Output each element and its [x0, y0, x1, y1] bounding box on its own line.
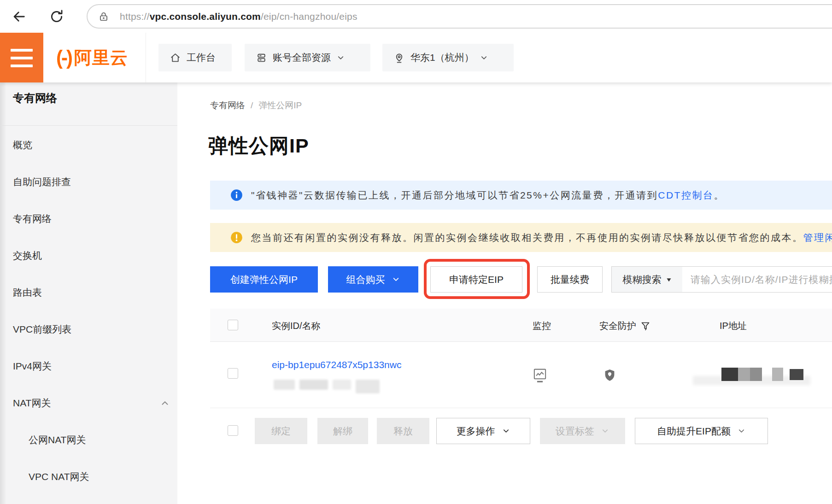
filter-funnel-icon[interactable]: [640, 321, 651, 332]
table-header: 实例ID/名称 监控 安全防护 IP地址: [210, 309, 832, 342]
nav-account-resources-label: 账号全部资源: [273, 51, 331, 64]
chevron-down-icon: [502, 427, 510, 435]
home-icon: [170, 52, 181, 64]
breadcrumb-current: 弹性公网IP: [258, 100, 302, 110]
warning-banner: 您当前还有闲置的实例没有释放。闲置的实例会继续收取相关费用，不再使用的实例请尽快…: [210, 223, 832, 252]
sidebar-item-vpc-nat-gateway[interactable]: VPC NAT网关: [0, 470, 177, 484]
row-checkbox[interactable]: [228, 368, 238, 379]
breadcrumb-separator: /: [251, 100, 253, 110]
refresh-icon: [49, 9, 64, 24]
raise-eip-quota-button[interactable]: 自助提升EIP配额: [635, 418, 768, 444]
sidebar-title: 专有网络: [13, 91, 57, 105]
bind-button: 绑定: [255, 418, 307, 444]
warning-banner-text: 您当前还有闲置的实例没有释放。闲置的实例会继续收取相关费用，不再使用的实例请尽快…: [251, 231, 803, 244]
chevron-down-icon: [480, 53, 488, 62]
hamburger-menu-button[interactable]: [0, 33, 43, 82]
screen: https://vpc.console.aliyun.com/eip/cn-ha…: [0, 0, 832, 504]
set-tag-button: 设置标签: [540, 418, 625, 444]
browser-bar: https://vpc.console.aliyun.com/eip/cn-ha…: [0, 0, 832, 33]
info-banner-suffix: 。: [714, 189, 725, 202]
chevron-down-icon: [601, 427, 609, 435]
table-row: eip-bp1epu672487x5p133nwc: [210, 342, 832, 408]
nav-account-resources-button[interactable]: 账号全部资源: [245, 44, 370, 71]
nav-region-label: 华东1（杭州）: [410, 51, 474, 64]
sidebar-item-self-diagnosis[interactable]: 自助问题排查: [0, 175, 177, 189]
sidebar-item-vswitch[interactable]: 交换机: [0, 249, 177, 263]
more-actions-label: 更多操作: [457, 425, 495, 438]
sidebar-item-ipv4-gateway[interactable]: IPv4网关: [0, 359, 177, 373]
footer-checkbox[interactable]: [228, 425, 238, 436]
sidebar-item-overview[interactable]: 概览: [0, 138, 177, 152]
info-banner-text: "省钱神器"云数据传输已上线，开通后部分地域可以节省25%+公网流量费，开通请到: [251, 189, 658, 202]
combo-purchase-label: 组合购买: [346, 273, 385, 286]
page-title: 弹性公网IP: [208, 133, 309, 159]
sidebar: 专有网络 概览 自助问题排查 专有网络 交换机 路由表 VPC前缀列表 IPv4…: [0, 82, 177, 504]
select-all-checkbox[interactable]: [228, 320, 238, 330]
back-arrow-icon: [11, 9, 27, 24]
info-icon: [230, 189, 243, 201]
address-bar[interactable]: https://vpc.console.aliyun.com/eip/cn-ha…: [87, 4, 832, 29]
warning-icon: [230, 231, 243, 244]
unbind-button: 解绑: [317, 418, 368, 444]
column-security: 安全防护: [599, 320, 651, 332]
redacted-ip-address: [721, 368, 803, 381]
search-mode-label: 模糊搜索: [623, 273, 662, 286]
breadcrumb: 专有网络/弹性公网IP: [210, 100, 302, 111]
chevron-down-icon: [737, 427, 746, 435]
search-group: 模糊搜索 ▼: [611, 266, 832, 293]
aliyun-logo[interactable]: (-) 阿里云: [56, 33, 128, 82]
lock-icon: [98, 11, 110, 23]
chevron-up-icon[interactable]: [160, 398, 170, 408]
column-security-label: 安全防护: [599, 320, 636, 332]
sidebar-item-route-table[interactable]: 路由表: [0, 286, 177, 299]
sidebar-divider: [0, 125, 177, 126]
chevron-down-icon: [392, 275, 400, 284]
sidebar-item-nat-gateway[interactable]: NAT网关: [0, 396, 177, 410]
nav-workbench-label: 工作台: [187, 51, 216, 64]
breadcrumb-root[interactable]: 专有网络: [210, 100, 245, 110]
location-pin-icon: [393, 52, 405, 64]
bottom-action-bar: 绑定 解绑 释放 更多操作 设置标签 自助提升EIP配额: [210, 418, 832, 444]
column-monitor: 监控: [533, 320, 551, 332]
create-eip-button[interactable]: 创建弹性公网IP: [210, 266, 318, 293]
batch-renew-button[interactable]: 批量续费: [537, 266, 603, 293]
set-tag-label: 设置标签: [556, 425, 594, 438]
redacted-instance-name: [274, 380, 380, 393]
chevron-down-icon: [336, 53, 345, 62]
sidebar-item-vpc[interactable]: 专有网络: [0, 212, 177, 226]
search-input[interactable]: [682, 267, 832, 292]
url-path: /eip/cn-hangzhou/eips: [261, 11, 357, 22]
resources-icon: [256, 52, 267, 64]
nav-workbench-button[interactable]: 工作台: [158, 44, 232, 71]
more-actions-button[interactable]: 更多操作: [436, 418, 530, 444]
sidebar-item-vpc-prefix-list[interactable]: VPC前缀列表: [0, 322, 177, 336]
sidebar-item-public-nat-gateway[interactable]: 公网NAT网关: [0, 433, 177, 447]
url-text: https://vpc.console.aliyun.com/eip/cn-ha…: [120, 11, 357, 22]
url-host: vpc.console.aliyun.com: [150, 11, 261, 22]
raise-eip-quota-label: 自助提升EIP配额: [657, 425, 731, 438]
column-ip-address: IP地址: [720, 320, 747, 332]
monitor-chart-icon[interactable]: [533, 368, 547, 383]
nav-region-selector[interactable]: 华东1（杭州）: [382, 44, 514, 71]
combo-purchase-button[interactable]: 组合购买: [328, 266, 418, 293]
browser-refresh-button[interactable]: [46, 6, 67, 27]
release-button: 释放: [377, 418, 429, 444]
apply-specific-eip-button[interactable]: 申请特定EIP: [430, 266, 522, 293]
aliyun-logo-name: 阿里云: [74, 46, 128, 70]
url-scheme: https://: [120, 11, 150, 22]
manage-idle-instances-link[interactable]: 管理闲置实例: [803, 231, 832, 244]
search-mode-select[interactable]: 模糊搜索 ▼: [612, 267, 682, 292]
security-shield-icon[interactable]: [604, 369, 615, 382]
browser-back-button[interactable]: [8, 6, 29, 27]
column-instance-id: 实例ID/名称: [272, 320, 321, 332]
instance-id-link[interactable]: eip-bp1epu672487x5p133nwc: [272, 359, 401, 370]
info-banner: "省钱神器"云数据传输已上线，开通后部分地域可以节省25%+公网流量费，开通请到…: [210, 181, 832, 210]
aliyun-logo-mark: (-): [56, 46, 71, 69]
cdt-console-link[interactable]: CDT控制台: [658, 189, 714, 202]
top-nav: (-) 阿里云 工作台 账号全部资源 华东1（杭州）: [0, 33, 832, 82]
nav-divider: [146, 33, 146, 82]
triangle-down-icon: ▼: [665, 276, 672, 283]
